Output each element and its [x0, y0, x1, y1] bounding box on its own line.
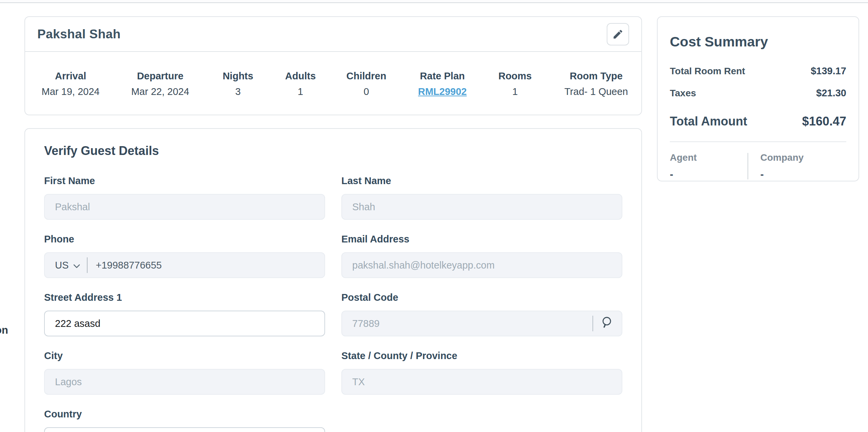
phone-field[interactable]: US +19988776655: [44, 252, 325, 278]
cost-row-label: Taxes: [670, 88, 696, 99]
country-field-group: Country US - United States: [44, 408, 325, 432]
verify-guest-details-card: Verify Guest Details First Name Last Nam…: [24, 128, 642, 432]
cost-row-taxes: Taxes $21.30: [670, 87, 846, 99]
header-divider: [0, 0, 868, 3]
first-name-field-group: First Name: [44, 175, 325, 220]
detail-label: Children: [344, 70, 389, 82]
detail-rate-plan: Rate Plan RML29902: [415, 70, 470, 97]
clipped-text-fragment: on: [0, 324, 8, 336]
detail-label: Departure: [128, 70, 192, 82]
company-value: -: [760, 169, 846, 180]
detail-label: Room Type: [561, 70, 632, 82]
company-label: Company: [760, 152, 846, 163]
agent-value: -: [670, 169, 748, 180]
detail-label: Adults: [283, 70, 317, 82]
phone-divider: [87, 257, 88, 273]
company-column: Company -: [748, 152, 846, 180]
detail-rooms: Rooms 1: [496, 70, 534, 97]
city-input[interactable]: [44, 369, 325, 395]
street-address-label: Street Address 1: [44, 292, 325, 303]
agent-column: Agent -: [670, 152, 748, 180]
last-name-field-group: Last Name: [341, 175, 622, 220]
first-name-label: First Name: [44, 175, 325, 186]
postal-code-label: Postal Code: [341, 292, 622, 303]
phone-country-code: US: [55, 260, 69, 271]
city-field-group: City: [44, 350, 325, 395]
detail-value: 1: [496, 86, 534, 97]
state-input[interactable]: [341, 369, 622, 395]
postal-divider: [592, 316, 593, 331]
empty-grid-cell: [341, 408, 622, 432]
street-address-input[interactable]: [44, 311, 325, 336]
detail-value: 0: [344, 86, 389, 97]
detail-label: Rate Plan: [415, 70, 470, 82]
total-amount-label: Total Amount: [670, 114, 747, 129]
phone-number-value: +19988776655: [96, 260, 162, 271]
state-field-group: State / County / Province: [341, 350, 622, 395]
detail-value: Mar 22, 2024: [128, 86, 192, 97]
country-label: Country: [44, 408, 325, 420]
detail-adults: Adults 1: [283, 70, 317, 97]
detail-value: 3: [219, 86, 257, 97]
detail-value: Mar 19, 2024: [40, 86, 101, 97]
cost-summary-title: Cost Summary: [670, 34, 846, 50]
guest-card-header: Pakshal Shah: [25, 17, 641, 52]
postal-code-field: [341, 311, 622, 336]
detail-children: Children 0: [344, 70, 389, 97]
detail-label: Rooms: [496, 70, 534, 82]
email-input[interactable]: [341, 252, 622, 278]
cost-row-label: Total Room Rent: [670, 66, 745, 77]
first-name-input[interactable]: [44, 194, 325, 220]
agent-label: Agent: [670, 152, 748, 163]
cost-summary-divider: [670, 141, 846, 142]
verify-guest-details-title: Verify Guest Details: [44, 144, 622, 158]
agent-company-section: Agent - Company -: [670, 152, 846, 180]
pencil-icon: [612, 28, 624, 40]
guest-form-grid: First Name Last Name Phone US +199887766…: [44, 175, 622, 432]
city-label: City: [44, 350, 325, 361]
phone-field-group: Phone US +19988776655: [44, 233, 325, 278]
edit-guest-button[interactable]: [607, 23, 629, 45]
detail-nights: Nights 3: [219, 70, 257, 97]
chevron-down-icon: [73, 260, 80, 271]
state-label: State / County / Province: [341, 350, 622, 361]
cost-row-value: $139.17: [811, 65, 846, 77]
postal-code-input[interactable]: [352, 311, 588, 336]
guest-summary-card: Pakshal Shah Arrival Mar 19, 2024 Depart…: [24, 16, 642, 115]
cost-row-value: $21.30: [816, 87, 846, 99]
cost-row-room-rent: Total Room Rent $139.17: [670, 65, 846, 77]
street-address-field-group: Street Address 1: [44, 292, 325, 336]
detail-value: Trad- 1 Queen: [561, 86, 632, 97]
detail-label: Arrival: [40, 70, 101, 82]
country-select[interactable]: US - United States: [44, 427, 325, 432]
phone-label: Phone: [44, 233, 325, 245]
email-label: Email Address: [341, 233, 622, 245]
last-name-label: Last Name: [341, 175, 622, 186]
postal-code-field-group: Postal Code: [341, 292, 622, 336]
cost-summary-card: Cost Summary Total Room Rent $139.17 Tax…: [657, 16, 859, 181]
detail-label: Nights: [219, 70, 257, 82]
last-name-input[interactable]: [341, 194, 622, 220]
booking-details-row: Arrival Mar 19, 2024 Departure Mar 22, 2…: [25, 52, 641, 97]
detail-departure: Departure Mar 22, 2024: [128, 70, 192, 97]
guest-name: Pakshal Shah: [37, 27, 120, 41]
magnifier-icon[interactable]: [601, 316, 614, 331]
total-amount-value: $160.47: [802, 114, 846, 129]
rate-plan-link[interactable]: RML29902: [418, 86, 467, 97]
detail-value: 1: [283, 86, 317, 97]
cost-total-row: Total Amount $160.47: [670, 114, 846, 129]
detail-room-type: Room Type Trad- 1 Queen: [561, 70, 632, 97]
phone-country-selector[interactable]: US: [55, 260, 80, 271]
email-field-group: Email Address: [341, 233, 622, 278]
detail-arrival: Arrival Mar 19, 2024: [40, 70, 101, 97]
